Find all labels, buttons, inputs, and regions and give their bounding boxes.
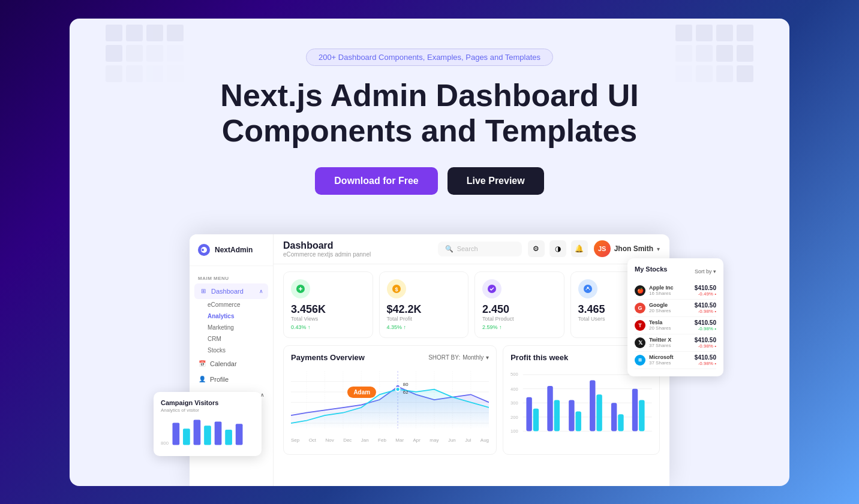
google-logo: G	[635, 303, 645, 313]
users-icon	[578, 279, 597, 298]
product-label: Total Product	[482, 316, 557, 322]
calendar-icon: 📅	[198, 360, 206, 368]
payments-chart-card: Payments Overview SHORT BY: Monthly ▾ Ad…	[283, 345, 497, 455]
svg-rect-39	[527, 397, 532, 431]
profit-label: Total Profit	[387, 316, 461, 322]
stock-microsoft: ⊞ Microsoft37 Shares $410.50-0.98% •	[635, 352, 716, 369]
svg-rect-56	[215, 421, 222, 445]
microsoft-logo: ⊞	[635, 355, 645, 366]
campaign-subtitle: Analytics of visitor	[161, 408, 254, 413]
svg-rect-46	[597, 394, 602, 431]
svg-text:400: 400	[510, 386, 518, 391]
settings-icon[interactable]: ⚙	[528, 240, 545, 257]
svg-point-26	[396, 387, 400, 391]
charts-row: Payments Overview SHORT BY: Monthly ▾ Ad…	[274, 338, 669, 462]
apple-logo: 🍎	[635, 285, 645, 296]
stat-card-profit: $ $42.2K Total Profit 4.35% ↑	[379, 271, 469, 338]
sidebar-sub-ecommerce[interactable]: eCommerce	[190, 299, 273, 310]
svg-point-1	[202, 249, 204, 251]
stock-apple: 🍎 Apple Inc16 Shares $410.50-0.49% •	[635, 282, 716, 300]
user-name: Jhon Smith	[614, 245, 653, 253]
x-axis-labels: Sep Oct Nov Dec Jan Feb Mar Apr may Jun …	[291, 437, 489, 443]
svg-rect-54	[194, 420, 201, 445]
campaign-bar-chart: 800	[161, 417, 254, 446]
product-change: 2.59% ↑	[482, 324, 557, 330]
dashboard-icon: ⊞	[199, 287, 208, 295]
search-placeholder: Search	[457, 245, 478, 252]
notification-icon[interactable]: 🔔	[571, 240, 588, 257]
svg-marker-24	[291, 389, 489, 428]
filter-chevron: ▾	[486, 354, 489, 361]
svg-text:100: 100	[510, 428, 518, 434]
stat-card-views: 3.456K Total Views 0.43% ↑	[283, 271, 373, 338]
sidebar-item-dashboard[interactable]: ⊞ Dashboard ∧	[194, 283, 268, 299]
topbar: Dashboard eCommerce nextjs admin pannel …	[274, 234, 669, 264]
user-info[interactable]: JS Jhon Smith ▾	[594, 240, 660, 257]
svg-rect-55	[204, 425, 211, 445]
svg-rect-50	[639, 400, 644, 431]
stock-tesla: T Tesla20 Shares $410.50-0.98% •	[635, 317, 716, 334]
svg-text:80: 80	[403, 381, 409, 387]
svg-rect-43	[569, 400, 574, 431]
main-card: 200+ Dashboard Components, Examples, Pag…	[70, 19, 789, 486]
chart-filter[interactable]: SHORT BY: Monthly ▾	[428, 354, 489, 361]
dashboard-preview: My Stocks Sort by ▾ 🍎 Apple Inc16 Shares…	[154, 234, 705, 486]
profit-icon: $	[387, 279, 406, 298]
hero-section: 200+ Dashboard Components, Examples, Pag…	[70, 19, 789, 195]
search-bar[interactable]: 🔍 Search	[438, 242, 522, 256]
svg-point-7	[587, 286, 588, 288]
dashboard-window: NextAdmin MAIM MENU ⊞ Dashboard ∧ eComme…	[190, 234, 669, 486]
sidebar-item-calendar[interactable]: 📅 Calendar	[190, 356, 273, 372]
logo-text: NextAdmin	[215, 246, 253, 254]
svg-text:800: 800	[161, 440, 169, 446]
page-title-area: Dashboard eCommerce nextjs admin pannel	[283, 240, 438, 258]
svg-rect-53	[183, 428, 190, 445]
stock-twitter: 𝕏 Twitter X37 Shares $410.50-0.98% •	[635, 334, 716, 352]
main-content: Dashboard eCommerce nextjs admin pannel …	[274, 234, 669, 486]
user-avatar: JS	[594, 240, 611, 257]
profile-icon: 👤	[198, 375, 206, 384]
adam-tooltip: Adam	[347, 387, 376, 398]
download-button[interactable]: Download for Free	[315, 167, 437, 195]
stat-card-product: 2.450 Total Product 2.59% ↑	[474, 271, 564, 338]
payments-line-chart: 80 62	[291, 367, 489, 433]
live-preview-button[interactable]: Live Preview	[447, 167, 544, 195]
svg-text:300: 300	[510, 400, 518, 406]
svg-text:$: $	[395, 286, 398, 292]
sidebar-sub-marketing[interactable]: Marketing	[190, 322, 273, 333]
svg-text:62: 62	[403, 389, 409, 394]
stocks-sort: Sort by ▾	[695, 268, 716, 274]
sidebar-item-profile[interactable]: 👤 Profile	[190, 372, 273, 387]
profit-value: $42.2K	[387, 303, 461, 316]
views-value: 3.456K	[291, 303, 365, 316]
cta-buttons: Download for Free Live Preview	[70, 167, 789, 195]
svg-rect-42	[554, 400, 560, 431]
sidebar-logo: NextAdmin	[190, 244, 273, 266]
stocks-title: My Stocks	[635, 265, 667, 273]
topbar-icons: ⚙ ◑ 🔔	[528, 240, 588, 257]
svg-text:200: 200	[510, 414, 518, 420]
stocks-card: My Stocks Sort by ▾ 🍎 Apple Inc16 Shares…	[627, 258, 723, 376]
payments-chart-title: Payments Overview	[291, 353, 365, 362]
profit-change: 4.35% ↑	[387, 324, 461, 330]
payments-chart-header: Payments Overview SHORT BY: Monthly ▾	[291, 353, 489, 362]
expand-icon: ∧	[259, 288, 263, 294]
svg-rect-58	[236, 424, 243, 445]
page-subtitle: eCommerce nextjs admin pannel	[283, 251, 438, 258]
sidebar-sub-analytics[interactable]: Analytics	[190, 310, 273, 322]
campaign-title: Campaign Visitors	[161, 399, 254, 406]
theme-icon[interactable]: ◑	[549, 240, 566, 257]
sidebar-sub-stocks[interactable]: Stocks	[190, 345, 273, 356]
views-change: 0.43% ↑	[291, 324, 365, 330]
product-icon	[482, 279, 501, 298]
sidebar-sub-crm[interactable]: CRM	[190, 333, 273, 345]
svg-rect-40	[533, 408, 539, 431]
profit-bar-chart: 500 400 300 200 100	[510, 367, 652, 445]
svg-rect-47	[611, 403, 617, 431]
sidebar-section-label: MAIM MENU	[190, 271, 273, 283]
product-value: 2.450	[482, 303, 557, 316]
tesla-logo: T	[635, 320, 645, 331]
svg-rect-44	[576, 411, 581, 431]
stats-row: 3.456K Total Views 0.43% ↑ $ $42.2K Tota…	[274, 264, 669, 338]
hero-badge: 200+ Dashboard Components, Examples, Pag…	[306, 49, 553, 66]
